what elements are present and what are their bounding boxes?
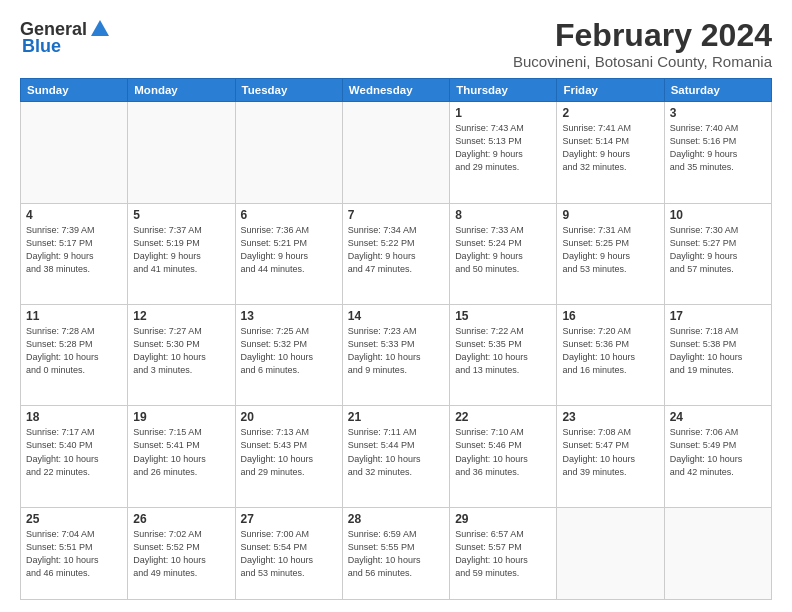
day-number-25: 25 [26,512,122,526]
col-header-saturday: Saturday [664,79,771,102]
day-info-7: Sunrise: 7:34 AM Sunset: 5:22 PM Dayligh… [348,224,444,276]
day-info-2: Sunrise: 7:41 AM Sunset: 5:14 PM Dayligh… [562,122,658,174]
calendar-day-25: 25Sunrise: 7:04 AM Sunset: 5:51 PM Dayli… [21,507,128,599]
calendar-day-21: 21Sunrise: 7:11 AM Sunset: 5:44 PM Dayli… [342,406,449,507]
col-header-wednesday: Wednesday [342,79,449,102]
location-title: Bucovineni, Botosani County, Romania [513,53,772,70]
calendar-day-15: 15Sunrise: 7:22 AM Sunset: 5:35 PM Dayli… [450,305,557,406]
day-number-29: 29 [455,512,551,526]
day-info-5: Sunrise: 7:37 AM Sunset: 5:19 PM Dayligh… [133,224,229,276]
calendar-day-29: 29Sunrise: 6:57 AM Sunset: 5:57 PM Dayli… [450,507,557,599]
calendar-day-7: 7Sunrise: 7:34 AM Sunset: 5:22 PM Daylig… [342,203,449,304]
calendar-day-14: 14Sunrise: 7:23 AM Sunset: 5:33 PM Dayli… [342,305,449,406]
calendar: SundayMondayTuesdayWednesdayThursdayFrid… [20,78,772,600]
col-header-friday: Friday [557,79,664,102]
calendar-week-3: 18Sunrise: 7:17 AM Sunset: 5:40 PM Dayli… [21,406,772,507]
calendar-day-empty [21,102,128,203]
day-number-21: 21 [348,410,444,424]
day-number-19: 19 [133,410,229,424]
day-number-20: 20 [241,410,337,424]
calendar-day-3: 3Sunrise: 7:40 AM Sunset: 5:16 PM Daylig… [664,102,771,203]
calendar-day-18: 18Sunrise: 7:17 AM Sunset: 5:40 PM Dayli… [21,406,128,507]
calendar-week-2: 11Sunrise: 7:28 AM Sunset: 5:28 PM Dayli… [21,305,772,406]
day-number-17: 17 [670,309,766,323]
day-info-27: Sunrise: 7:00 AM Sunset: 5:54 PM Dayligh… [241,528,337,580]
page: General Blue February 2024 Bucovineni, B… [0,0,792,612]
calendar-day-19: 19Sunrise: 7:15 AM Sunset: 5:41 PM Dayli… [128,406,235,507]
calendar-day-1: 1Sunrise: 7:43 AM Sunset: 5:13 PM Daylig… [450,102,557,203]
day-info-6: Sunrise: 7:36 AM Sunset: 5:21 PM Dayligh… [241,224,337,276]
day-number-5: 5 [133,208,229,222]
calendar-day-6: 6Sunrise: 7:36 AM Sunset: 5:21 PM Daylig… [235,203,342,304]
calendar-week-1: 4Sunrise: 7:39 AM Sunset: 5:17 PM Daylig… [21,203,772,304]
day-info-17: Sunrise: 7:18 AM Sunset: 5:38 PM Dayligh… [670,325,766,377]
calendar-day-empty [235,102,342,203]
day-info-29: Sunrise: 6:57 AM Sunset: 5:57 PM Dayligh… [455,528,551,580]
day-info-4: Sunrise: 7:39 AM Sunset: 5:17 PM Dayligh… [26,224,122,276]
header: General Blue February 2024 Bucovineni, B… [20,18,772,70]
calendar-day-24: 24Sunrise: 7:06 AM Sunset: 5:49 PM Dayli… [664,406,771,507]
month-title: February 2024 [513,18,772,53]
calendar-day-empty [557,507,664,599]
calendar-day-17: 17Sunrise: 7:18 AM Sunset: 5:38 PM Dayli… [664,305,771,406]
calendar-header-row: SundayMondayTuesdayWednesdayThursdayFrid… [21,79,772,102]
day-number-10: 10 [670,208,766,222]
col-header-monday: Monday [128,79,235,102]
day-number-8: 8 [455,208,551,222]
day-info-10: Sunrise: 7:30 AM Sunset: 5:27 PM Dayligh… [670,224,766,276]
col-header-sunday: Sunday [21,79,128,102]
calendar-day-10: 10Sunrise: 7:30 AM Sunset: 5:27 PM Dayli… [664,203,771,304]
day-info-18: Sunrise: 7:17 AM Sunset: 5:40 PM Dayligh… [26,426,122,478]
day-number-6: 6 [241,208,337,222]
day-number-13: 13 [241,309,337,323]
day-number-12: 12 [133,309,229,323]
logo: General Blue [20,18,111,57]
day-number-18: 18 [26,410,122,424]
logo-blue-text: Blue [22,36,61,57]
day-number-27: 27 [241,512,337,526]
day-number-16: 16 [562,309,658,323]
calendar-day-12: 12Sunrise: 7:27 AM Sunset: 5:30 PM Dayli… [128,305,235,406]
day-info-1: Sunrise: 7:43 AM Sunset: 5:13 PM Dayligh… [455,122,551,174]
day-info-23: Sunrise: 7:08 AM Sunset: 5:47 PM Dayligh… [562,426,658,478]
calendar-day-13: 13Sunrise: 7:25 AM Sunset: 5:32 PM Dayli… [235,305,342,406]
day-info-16: Sunrise: 7:20 AM Sunset: 5:36 PM Dayligh… [562,325,658,377]
day-info-13: Sunrise: 7:25 AM Sunset: 5:32 PM Dayligh… [241,325,337,377]
calendar-week-4: 25Sunrise: 7:04 AM Sunset: 5:51 PM Dayli… [21,507,772,599]
day-info-22: Sunrise: 7:10 AM Sunset: 5:46 PM Dayligh… [455,426,551,478]
calendar-day-4: 4Sunrise: 7:39 AM Sunset: 5:17 PM Daylig… [21,203,128,304]
calendar-day-28: 28Sunrise: 6:59 AM Sunset: 5:55 PM Dayli… [342,507,449,599]
day-info-12: Sunrise: 7:27 AM Sunset: 5:30 PM Dayligh… [133,325,229,377]
day-number-15: 15 [455,309,551,323]
day-info-26: Sunrise: 7:02 AM Sunset: 5:52 PM Dayligh… [133,528,229,580]
day-number-3: 3 [670,106,766,120]
calendar-day-5: 5Sunrise: 7:37 AM Sunset: 5:19 PM Daylig… [128,203,235,304]
day-number-2: 2 [562,106,658,120]
day-number-24: 24 [670,410,766,424]
calendar-day-23: 23Sunrise: 7:08 AM Sunset: 5:47 PM Dayli… [557,406,664,507]
calendar-day-11: 11Sunrise: 7:28 AM Sunset: 5:28 PM Dayli… [21,305,128,406]
day-number-4: 4 [26,208,122,222]
day-number-14: 14 [348,309,444,323]
calendar-day-9: 9Sunrise: 7:31 AM Sunset: 5:25 PM Daylig… [557,203,664,304]
calendar-week-0: 1Sunrise: 7:43 AM Sunset: 5:13 PM Daylig… [21,102,772,203]
col-header-tuesday: Tuesday [235,79,342,102]
calendar-day-empty [342,102,449,203]
day-info-19: Sunrise: 7:15 AM Sunset: 5:41 PM Dayligh… [133,426,229,478]
day-info-11: Sunrise: 7:28 AM Sunset: 5:28 PM Dayligh… [26,325,122,377]
day-info-20: Sunrise: 7:13 AM Sunset: 5:43 PM Dayligh… [241,426,337,478]
day-number-11: 11 [26,309,122,323]
calendar-day-22: 22Sunrise: 7:10 AM Sunset: 5:46 PM Dayli… [450,406,557,507]
day-info-24: Sunrise: 7:06 AM Sunset: 5:49 PM Dayligh… [670,426,766,478]
day-number-1: 1 [455,106,551,120]
day-info-8: Sunrise: 7:33 AM Sunset: 5:24 PM Dayligh… [455,224,551,276]
calendar-day-2: 2Sunrise: 7:41 AM Sunset: 5:14 PM Daylig… [557,102,664,203]
day-number-9: 9 [562,208,658,222]
calendar-day-8: 8Sunrise: 7:33 AM Sunset: 5:24 PM Daylig… [450,203,557,304]
col-header-thursday: Thursday [450,79,557,102]
calendar-day-empty [664,507,771,599]
svg-marker-0 [91,20,109,36]
day-info-9: Sunrise: 7:31 AM Sunset: 5:25 PM Dayligh… [562,224,658,276]
logo-icon [89,18,111,40]
calendar-day-16: 16Sunrise: 7:20 AM Sunset: 5:36 PM Dayli… [557,305,664,406]
